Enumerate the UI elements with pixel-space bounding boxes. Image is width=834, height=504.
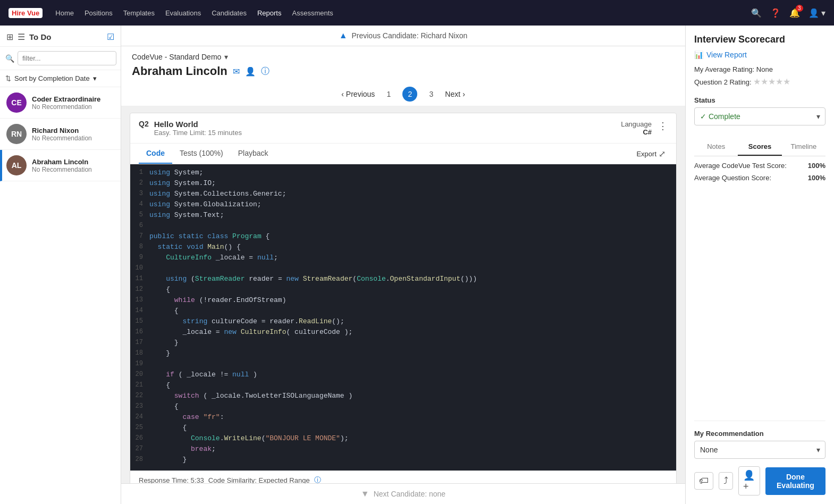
avatar: AL: [6, 155, 27, 175]
navbar: Hire Vue Home Positions Templates Evalua…: [0, 0, 834, 26]
time-limit: Time Limit: 15 minutes: [173, 129, 242, 137]
page-2[interactable]: 2: [402, 87, 417, 102]
candidate-name-row: Abraham Lincoln ✉ 👤 ⓘ: [132, 64, 675, 78]
share-icon[interactable]: ⤴: [719, 472, 733, 490]
next-candidate-label: Next Candidate: none: [374, 490, 445, 498]
question-footer: Response Time: 5:33 Code Similarity: Exp…: [130, 471, 676, 483]
list-icon[interactable]: ☰: [18, 32, 25, 42]
nav-reports[interactable]: Reports: [257, 9, 282, 17]
tab-code[interactable]: Code: [139, 144, 172, 164]
sort-label: Sort by Completion Date: [14, 74, 90, 82]
export-button[interactable]: Export: [636, 146, 656, 162]
next-candidate-bar[interactable]: ▼ Next Candidate: none: [121, 483, 685, 504]
email-icon[interactable]: ✉: [233, 66, 240, 77]
candidate-rec: No Recommendation: [32, 166, 92, 173]
main-content: ▲ Previous Candidate: Richard Nixon Code…: [121, 26, 685, 504]
notification-badge: 3: [796, 5, 803, 12]
user-menu[interactable]: 👤 ▾: [808, 8, 825, 18]
chevron-down-icon: ▾: [93, 74, 97, 82]
tab-playback[interactable]: Playback: [231, 144, 276, 164]
code-area: Q2 Hello World Easy. Time Limit: 15 minu…: [121, 106, 685, 483]
question-meta: Easy. Time Limit: 15 minutes: [154, 129, 242, 137]
view-report-button[interactable]: 📊 View Report: [694, 51, 825, 59]
recommendation-section: My Recommendation None Strong Yes Yes No…: [694, 421, 825, 495]
code-tabs: Code Tests (100%) Playback Export ⤢: [130, 144, 676, 164]
rating-stars: ★★★★★: [753, 77, 790, 86]
app-container: ⊞ ☰ To Do ☑ 🔍 ✕ ⇅ Sort by Completion Dat…: [0, 26, 834, 504]
question-left: Q2 Hello World Easy. Time Limit: 15 minu…: [139, 120, 242, 137]
candidate-rec: No Recommendation: [32, 103, 100, 111]
candidate-list: CE Coder Extraordinaire No Recommendatio…: [0, 87, 121, 504]
language-value: C#: [621, 128, 652, 136]
action-bar: 🏷 ⤴ 👤+ Done Evaluating: [694, 466, 825, 495]
status-select-wrapper: ✓ Complete Incomplete ▾: [694, 107, 825, 125]
filter-input[interactable]: [18, 51, 116, 65]
score-row-test: Average CodeVue Test Score: 100%: [694, 162, 825, 170]
sort-icon: ⇅: [5, 74, 11, 82]
sort-bar[interactable]: ⇅ Sort by Completion Date ▾: [0, 70, 121, 87]
chevron-right-icon: ›: [462, 90, 465, 98]
candidate-item[interactable]: RN Richard Nixon No Recommendation: [0, 119, 121, 150]
candidate-item-active[interactable]: AL Abraham Lincoln No Recommendation: [0, 150, 121, 181]
question-score-label: Average Question Score:: [694, 174, 771, 182]
todo-check-icon[interactable]: ☑: [107, 32, 114, 42]
sidebar-search: 🔍 ✕: [0, 47, 121, 70]
candidate-full-name: Abraham Lincoln: [132, 64, 228, 78]
candidate-item[interactable]: CE Coder Extraordinaire No Recommendatio…: [0, 87, 121, 119]
candidate-info: Richard Nixon No Recommendation: [32, 127, 92, 142]
info-icon[interactable]: ⓘ: [261, 66, 269, 77]
todo-label: To Do: [29, 32, 103, 41]
question-title: Hello World: [154, 120, 242, 129]
candidate-rec: No Recommendation: [32, 135, 92, 142]
page-1[interactable]: 1: [381, 87, 396, 102]
nav-templates[interactable]: Templates: [123, 9, 155, 17]
candidate-info: Coder Extraordinaire No Recommendation: [32, 95, 100, 111]
done-evaluating-button[interactable]: Done Evaluating: [765, 467, 825, 495]
add-user-icon[interactable]: 👤+: [738, 466, 760, 495]
candidate-header: CodeVue - Standard Demo ▾ Abraham Lincol…: [121, 46, 685, 82]
question-score-value: 100%: [808, 174, 825, 182]
page-3[interactable]: 3: [424, 87, 439, 102]
position-row[interactable]: CodeVue - Standard Demo ▾: [132, 53, 675, 61]
grid-icon[interactable]: ⊞: [6, 32, 13, 42]
help-icon[interactable]: ❓: [770, 8, 781, 18]
tag-icon[interactable]: 🏷: [694, 472, 713, 490]
tab-timeline[interactable]: Timeline: [782, 138, 825, 156]
code-similarity: Code Similarity: Expected Range: [208, 476, 310, 484]
nav-assessments[interactable]: Assessments: [292, 9, 333, 17]
recommendation-label: My Recommendation: [694, 430, 825, 438]
nav-evaluations[interactable]: Evaluations: [165, 9, 201, 17]
avatar: CE: [6, 93, 27, 113]
search-icon[interactable]: 🔍: [751, 8, 762, 18]
notifications-icon[interactable]: 🔔3: [789, 8, 800, 18]
test-score-value: 100%: [808, 162, 825, 170]
chevron-down-icon: ▾: [224, 53, 228, 61]
logo: Hire Vue: [9, 8, 43, 18]
profile-icon[interactable]: 👤: [245, 66, 256, 77]
help-icon-footer[interactable]: ⓘ: [314, 475, 321, 483]
question-card: Q2 Hello World Easy. Time Limit: 15 minu…: [130, 113, 677, 483]
recommendation-select[interactable]: None Strong Yes Yes No Strong No: [694, 441, 825, 459]
next-button[interactable]: Next ›: [445, 90, 465, 98]
nav-positions[interactable]: Positions: [85, 9, 113, 17]
nav-home[interactable]: Home: [55, 9, 74, 17]
prev-candidate-bar[interactable]: ▲ Previous Candidate: Richard Nixon: [121, 26, 685, 46]
question-right: Language C# ⋮: [621, 120, 668, 136]
avatar: RN: [6, 124, 27, 144]
view-report-label: View Report: [706, 51, 747, 59]
tab-notes[interactable]: Notes: [694, 138, 738, 156]
sidebar-header: ⊞ ☰ To Do ☑: [0, 26, 121, 47]
score-tabs: Notes Scores Timeline: [694, 138, 825, 156]
nav-candidates[interactable]: Candidates: [212, 9, 247, 17]
question-menu-icon[interactable]: ⋮: [658, 120, 668, 132]
tab-scores[interactable]: Scores: [738, 138, 781, 156]
chart-icon: 📊: [694, 51, 703, 59]
status-select[interactable]: ✓ Complete Incomplete: [694, 107, 825, 125]
test-score-label: Average CodeVue Test Score:: [694, 162, 787, 170]
prev-button[interactable]: ‹ Previous: [341, 90, 375, 98]
tab-tests[interactable]: Tests (100%): [172, 144, 231, 164]
status-section: Status ✓ Complete Incomplete ▾: [694, 96, 825, 125]
avg-rating-val: None: [756, 65, 773, 73]
expand-icon[interactable]: ⤢: [656, 145, 668, 163]
language-label: Language C#: [621, 120, 652, 136]
